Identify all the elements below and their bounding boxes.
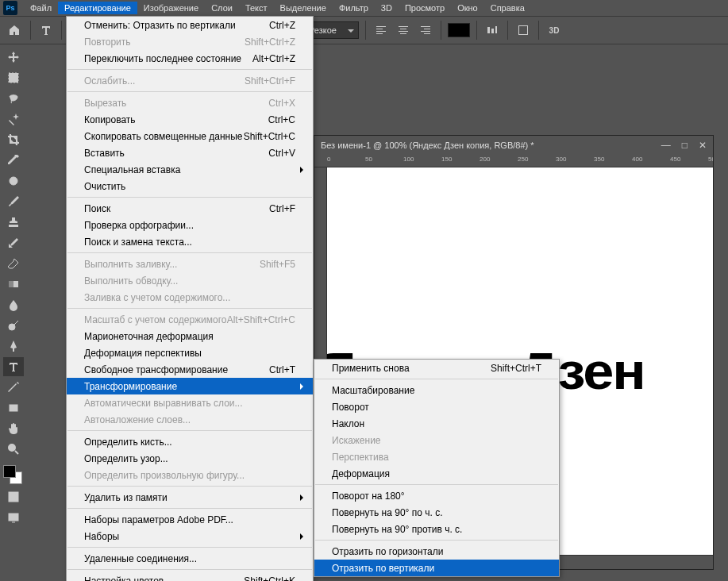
menubar-item-текст[interactable]: Текст — [239, 2, 274, 14]
tool-gradient[interactable] — [3, 275, 24, 294]
menu-item[interactable]: Отразить по вертикали — [314, 560, 559, 576]
menu-item[interactable]: КопироватьCtrl+C — [67, 111, 313, 128]
menubar-item-изображение[interactable]: Изображение — [137, 2, 205, 14]
menu-item[interactable]: Проверка орфографии... — [67, 217, 313, 233]
menu-item[interactable]: Применить сноваShift+Ctrl+T — [314, 360, 559, 376]
menubar-item-3d[interactable]: 3D — [375, 2, 399, 14]
menu-item[interactable]: Поворот на 180° — [314, 487, 559, 504]
menubar-item-редактирование[interactable]: Редактирование — [58, 2, 137, 14]
menubar-item-выделение[interactable]: Выделение — [274, 2, 333, 14]
menu-item[interactable]: Очистить — [67, 178, 313, 194]
paragraph-panel-icon[interactable] — [514, 21, 532, 39]
menu-item[interactable]: ПоискCtrl+F — [67, 200, 313, 217]
menubar: Ps ФайлРедактированиеИзображениеСлоиТекс… — [0, 0, 728, 16]
menubar-item-окно[interactable]: Окно — [451, 2, 484, 14]
document-titlebar[interactable]: Без имени-1 @ 100% (Яндекс Дзен копия, R… — [314, 136, 713, 155]
tool-eraser[interactable] — [3, 254, 24, 273]
tool-move[interactable] — [3, 48, 24, 67]
svg-rect-3 — [9, 281, 13, 287]
minimize-button[interactable]: — — [661, 140, 671, 151]
align-right-icon[interactable] — [417, 21, 434, 39]
menu-item: ВырезатьCtrl+X — [67, 94, 313, 111]
tool-crop[interactable] — [3, 130, 24, 149]
menu-item: Автоналожение слоев... — [67, 411, 313, 428]
menubar-item-фильтр[interactable]: Фильтр — [333, 2, 375, 14]
menu-item[interactable]: Трансформирование — [67, 378, 313, 394]
menu-item[interactable]: Деформация — [314, 465, 559, 482]
svg-point-6 — [9, 444, 15, 451]
tool-marquee[interactable] — [3, 68, 24, 87]
menu-item[interactable]: Определить узор... — [67, 450, 313, 467]
color-swatches[interactable] — [3, 465, 24, 486]
menubar-item-справка[interactable]: Справка — [484, 2, 531, 14]
menu-item[interactable]: Настройка цветов...Shift+Ctrl+K — [67, 572, 313, 581]
tool-blur[interactable] — [3, 295, 24, 314]
tool-dodge[interactable] — [3, 316, 24, 335]
menu-item[interactable]: ВставитьCtrl+V — [67, 144, 313, 161]
menu-item: Определить произвольную фигуру... — [67, 467, 313, 483]
tool-type[interactable] — [3, 357, 24, 376]
svg-rect-0 — [9, 73, 18, 83]
document-title: Без имени-1 @ 100% (Яндекс Дзен копия, R… — [321, 140, 534, 150]
text-color-swatch[interactable] — [448, 23, 470, 37]
menu-item[interactable]: Определить кисть... — [67, 433, 313, 450]
menu-item: Выполнить заливку...Shift+F5 — [67, 256, 313, 272]
3d-icon[interactable]: 3D — [545, 21, 563, 39]
menu-item[interactable]: Наборы — [67, 528, 313, 544]
menu-item[interactable]: Отразить по горизонтали — [314, 543, 559, 560]
menubar-item-просмотр[interactable]: Просмотр — [399, 2, 451, 14]
menu-item[interactable]: Поиск и замена текста... — [67, 233, 313, 250]
edit-menu: Отменить: Отразить по вертикалиCtrl+ZПов… — [66, 16, 314, 581]
align-left-icon[interactable] — [372, 21, 390, 39]
menu-item: ПовторитьShift+Ctrl+Z — [67, 33, 313, 50]
tool-spot[interactable] — [3, 171, 24, 190]
maximize-button[interactable]: □ — [682, 140, 688, 151]
menu-item[interactable]: Удалить из памяти — [67, 489, 313, 506]
menubar-item-слои[interactable]: Слои — [205, 2, 239, 14]
tool-screenmode[interactable] — [3, 508, 24, 527]
tool-zoom[interactable] — [3, 440, 24, 459]
menu-item[interactable]: Наборы параметров Adobe PDF... — [67, 511, 313, 528]
warp-text-icon[interactable] — [483, 21, 501, 39]
home-button[interactable] — [5, 21, 24, 40]
menu-item[interactable]: Отменить: Отразить по вертикалиCtrl+Z — [67, 17, 313, 33]
tool-lasso[interactable] — [3, 89, 24, 108]
menu-item[interactable]: Специальная вставка — [67, 161, 313, 178]
svg-rect-9 — [9, 514, 18, 521]
transform-submenu: Применить сноваShift+Ctrl+TМасштабирован… — [314, 359, 560, 577]
svg-rect-5 — [10, 405, 17, 411]
menu-item[interactable]: Скопировать совмещенные данныеShift+Ctrl… — [67, 128, 313, 144]
tool-stamp[interactable] — [3, 213, 24, 232]
tool-brush[interactable] — [3, 192, 24, 211]
menu-item: Ослабить...Shift+Ctrl+F — [67, 72, 313, 89]
align-center-icon[interactable] — [395, 21, 412, 39]
app-logo: Ps — [3, 1, 17, 15]
close-button[interactable]: ✕ — [699, 140, 707, 151]
menu-item[interactable]: Свободное трансформированиеCtrl+T — [67, 361, 313, 378]
tool-wand[interactable] — [3, 110, 24, 129]
tool-pen[interactable] — [3, 337, 24, 356]
menubar-item-файл[interactable]: Файл — [24, 2, 58, 14]
menu-item[interactable]: Поворот — [314, 398, 559, 415]
menu-item: Автоматически выравнивать слои... — [67, 394, 313, 411]
menu-item[interactable]: Повернуть на 90° по ч. с. — [314, 504, 559, 521]
type-tool-indicator — [37, 21, 55, 39]
menu-item[interactable]: Удаленные соединения... — [67, 550, 313, 567]
tool-hand[interactable] — [3, 419, 24, 438]
svg-point-8 — [11, 494, 16, 499]
menu-item: Искажение — [314, 432, 559, 448]
tool-rect[interactable] — [3, 398, 24, 417]
tool-path[interactable] — [3, 378, 24, 397]
menu-item[interactable]: Наклон — [314, 415, 559, 432]
menu-item: Выполнить обводку... — [67, 272, 313, 289]
tool-quickmask[interactable] — [3, 487, 24, 506]
menu-item[interactable]: Марионеточная деформация — [67, 328, 313, 344]
ruler-horizontal: 050100150200250300350400450500 — [314, 155, 713, 167]
menu-item[interactable]: Деформация перспективы — [67, 344, 313, 361]
tool-eyedrop[interactable] — [3, 151, 24, 170]
menu-item[interactable]: Повернуть на 90° против ч. с. — [314, 521, 559, 537]
menu-item[interactable]: Масштабирование — [314, 382, 559, 398]
menu-item: Масштаб с учетом содержимогоAlt+Shift+Ct… — [67, 311, 313, 328]
tool-history[interactable] — [3, 233, 24, 252]
menu-item[interactable]: Переключить последнее состояниеAlt+Ctrl+… — [67, 50, 313, 67]
